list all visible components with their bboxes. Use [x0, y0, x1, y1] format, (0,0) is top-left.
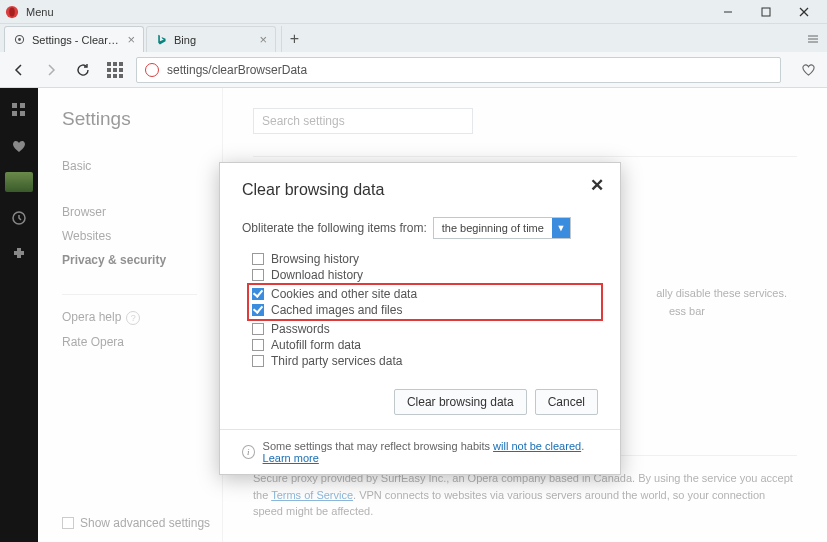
close-window-button[interactable] [785, 0, 823, 24]
info-icon: i [242, 445, 255, 459]
history-icon[interactable] [9, 208, 29, 228]
checkbox-icon[interactable] [252, 323, 264, 335]
menu-label[interactable]: Menu [26, 6, 54, 18]
minimize-button[interactable] [709, 0, 747, 24]
extensions-icon[interactable] [9, 244, 29, 264]
highlight-annotation: Cookies and other site data Cached image… [247, 283, 603, 321]
svg-rect-11 [12, 103, 17, 108]
checkbox-icon[interactable] [252, 304, 264, 316]
tab-label: Settings - Clear browsing d [32, 34, 121, 46]
svg-point-7 [18, 38, 21, 41]
opera-logo-icon [4, 4, 20, 20]
time-range-value: the beginning of time [434, 222, 552, 234]
bing-icon [155, 33, 168, 46]
checkbox-icon[interactable] [252, 253, 264, 265]
heart-icon[interactable] [9, 136, 29, 156]
dialog-footer: i Some settings that may reflect browsin… [220, 429, 620, 474]
learn-more-link[interactable]: Learn more [263, 452, 319, 464]
speed-dial-button[interactable] [104, 59, 126, 81]
svg-rect-13 [12, 111, 17, 116]
data-type-list: Browsing history Download history Cookie… [252, 251, 598, 369]
reload-button[interactable] [72, 59, 94, 81]
tab-bing[interactable]: Bing × [146, 26, 276, 52]
window-titlebar: Menu [0, 0, 827, 24]
obliterate-label: Obliterate the following items from: [242, 221, 427, 235]
item-passwords[interactable]: Passwords [252, 321, 598, 337]
navigation-bar [0, 52, 827, 88]
opera-badge-icon [145, 63, 159, 77]
clear-browsing-data-dialog: ✕ Clear browsing data Obliterate the fol… [219, 162, 621, 475]
item-autofill[interactable]: Autofill form data [252, 337, 598, 353]
tab-close-icon[interactable]: × [259, 32, 267, 47]
item-third-party[interactable]: Third party services data [252, 353, 598, 369]
checkbox-icon[interactable] [252, 288, 264, 300]
news-thumbnail-icon[interactable] [5, 172, 33, 192]
maximize-button[interactable] [747, 0, 785, 24]
dialog-title: Clear browsing data [242, 181, 598, 199]
address-bar[interactable] [136, 57, 781, 83]
tab-strip: Settings - Clear browsing d × Bing × + [0, 24, 827, 52]
tab-menu-button[interactable] [799, 26, 827, 52]
checkbox-icon[interactable] [252, 269, 264, 281]
tab-label: Bing [174, 34, 253, 46]
gear-icon [13, 33, 26, 46]
back-button[interactable] [8, 59, 30, 81]
new-tab-button[interactable]: + [281, 26, 307, 52]
forward-button[interactable] [40, 59, 62, 81]
item-browsing-history[interactable]: Browsing history [252, 251, 598, 267]
svg-rect-12 [20, 103, 25, 108]
svg-rect-3 [762, 8, 770, 16]
bookmark-heart-icon[interactable] [797, 59, 819, 81]
dialog-close-button[interactable]: ✕ [590, 175, 604, 196]
svg-rect-14 [20, 111, 25, 116]
grid-icon[interactable] [9, 100, 29, 120]
item-cached[interactable]: Cached images and files [252, 302, 598, 318]
chevron-down-icon: ▼ [552, 218, 570, 238]
item-cookies[interactable]: Cookies and other site data [252, 286, 598, 302]
tab-close-icon[interactable]: × [127, 32, 135, 47]
checkbox-icon[interactable] [252, 339, 264, 351]
left-icon-bar [0, 88, 38, 542]
checkbox-icon[interactable] [252, 355, 264, 367]
not-cleared-link[interactable]: will not be cleared [493, 440, 581, 452]
cancel-button[interactable]: Cancel [535, 389, 598, 415]
svg-point-1 [9, 7, 15, 16]
item-download-history[interactable]: Download history [252, 267, 598, 283]
time-range-select[interactable]: the beginning of time ▼ [433, 217, 571, 239]
window-controls [709, 0, 823, 24]
tab-settings[interactable]: Settings - Clear browsing d × [4, 26, 144, 52]
url-input[interactable] [167, 63, 772, 77]
clear-button[interactable]: Clear browsing data [394, 389, 527, 415]
